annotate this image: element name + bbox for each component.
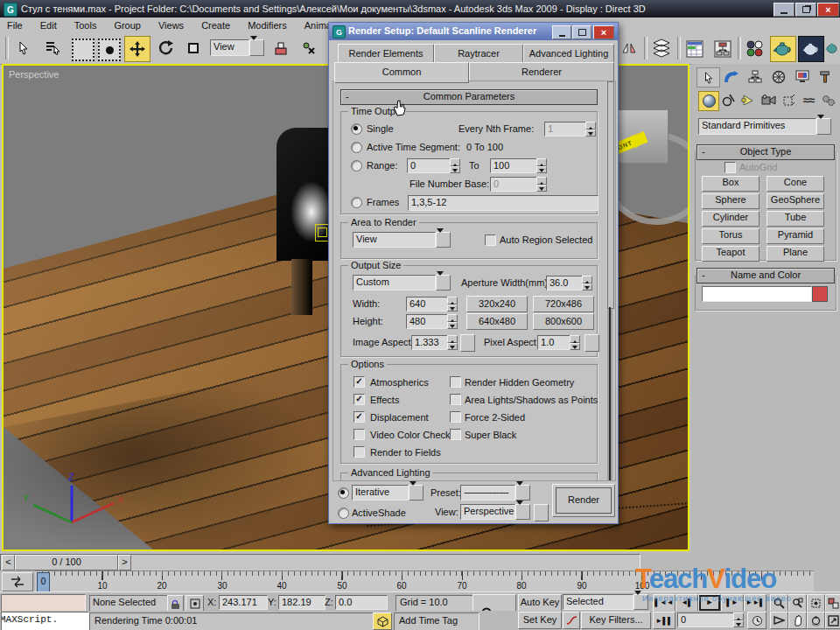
zoom-extents-button[interactable] (807, 594, 825, 612)
auto-region-checkbox[interactable] (485, 234, 496, 246)
menu-modifiers[interactable]: Modifiers (239, 20, 296, 31)
tab-raytracer[interactable]: Raytracer (434, 44, 523, 63)
zoom-extents-all-button[interactable] (825, 594, 840, 612)
dialog-scrollbar-track[interactable] (607, 81, 612, 480)
time-slider-handle[interactable]: 0 / 100 (15, 555, 118, 570)
dropdown-arrow-icon[interactable] (249, 39, 264, 56)
every-nth-frame-field[interactable]: 1 (544, 122, 586, 136)
close-button[interactable]: × (817, 3, 839, 17)
pixel-aspect-spinner[interactable] (570, 335, 580, 350)
field-of-view-button[interactable] (770, 612, 788, 629)
file-number-base-spinner[interactable] (536, 177, 547, 192)
view-lock-button[interactable] (534, 504, 549, 522)
x-coordinate-field[interactable]: 243.171 (219, 595, 268, 610)
schematic-view-button[interactable] (710, 37, 734, 60)
select-and-move-button[interactable] (124, 36, 150, 62)
preset-dropdown[interactable]: ------------------- (460, 485, 530, 500)
auto-key-button[interactable]: Auto Key (518, 594, 562, 612)
preset-320x240-button[interactable]: 320x240 (466, 296, 528, 312)
time-slider-prev-button[interactable]: < (2, 555, 15, 570)
super-black-checkbox[interactable] (450, 429, 461, 440)
tab-hierarchy[interactable] (744, 67, 766, 86)
select-and-rotate-button[interactable] (154, 37, 177, 60)
current-frame-field[interactable]: 0 (677, 612, 737, 627)
single-radio[interactable] (351, 123, 362, 135)
aperture-width-spinner[interactable] (582, 276, 592, 290)
lights-button[interactable] (738, 91, 758, 109)
preset-640x480-button[interactable]: 640x480 (466, 313, 528, 330)
new-key-default-inout-button[interactable] (563, 612, 580, 629)
displacement-checkbox[interactable]: ✓ (354, 411, 365, 423)
menu-tools[interactable]: Tools (66, 20, 106, 31)
frames-radio[interactable] (351, 197, 362, 208)
range-radio[interactable] (351, 160, 362, 172)
window-crossing-button[interactable] (98, 38, 121, 61)
curve-editor-button[interactable] (682, 37, 706, 60)
select-and-scale-button[interactable] (182, 37, 205, 60)
select-by-name-button[interactable] (42, 37, 65, 60)
area-lights-checkbox[interactable] (450, 394, 461, 405)
range-from-spinner[interactable] (450, 158, 460, 173)
time-slider-next-button[interactable]: > (118, 555, 131, 570)
time-configuration-button[interactable] (747, 612, 766, 629)
primitive-button-cylinder[interactable]: Cylinder (702, 211, 760, 227)
tab-common[interactable]: Common (334, 62, 469, 83)
tab-render-elements[interactable]: Render Elements (338, 44, 434, 63)
area-to-render-dropdown[interactable]: View (353, 232, 451, 248)
force-2-sided-checkbox[interactable] (450, 411, 461, 423)
systems-button[interactable] (819, 91, 838, 109)
height-field[interactable]: 480 (406, 314, 450, 329)
material-editor-button[interactable] (742, 36, 766, 60)
use-pivot-center-button[interactable] (270, 37, 292, 60)
shapes-button[interactable] (718, 91, 738, 109)
primitive-button-tube[interactable]: Tube (766, 211, 824, 227)
y-coordinate-field[interactable]: 182.19 (278, 595, 326, 610)
geometry-button[interactable] (698, 91, 719, 111)
communicator-button[interactable] (373, 612, 392, 630)
dropdown-arrow-icon[interactable] (436, 232, 451, 248)
atmospherics-checkbox[interactable]: ✓ (354, 376, 365, 388)
menu-file[interactable]: File (7, 20, 32, 31)
render-hidden-geometry-checkbox[interactable] (450, 376, 461, 388)
open-mini-curve-editor-button[interactable] (2, 572, 33, 592)
key-filters-button[interactable]: Key Filters... (581, 612, 651, 629)
every-nth-frame-spinner[interactable] (585, 122, 596, 136)
primitive-button-teapot[interactable]: Teapot (702, 246, 760, 262)
primitive-button-torus[interactable]: Torus (702, 228, 760, 244)
arc-rotate-button[interactable] (807, 612, 825, 629)
dialog-close-button[interactable]: × (593, 25, 614, 39)
dialog-minimize-button[interactable] (552, 25, 571, 39)
width-spinner[interactable] (447, 297, 458, 312)
macro-recorder-pane[interactable] (1, 594, 86, 612)
range-to-field[interactable]: 100 (490, 158, 539, 173)
tab-renderer[interactable]: Renderer (469, 62, 614, 82)
production-iterative-radio[interactable] (338, 487, 349, 499)
primitive-category-dropdown[interactable]: Standard Primitives (698, 118, 831, 135)
autogrid-checkbox[interactable] (724, 162, 736, 173)
frames-field[interactable]: 1,3,5-12 (408, 195, 598, 211)
primitive-button-cone[interactable]: Cone (766, 176, 824, 192)
add-time-tag-pane[interactable]: Add Time Tag (394, 612, 480, 630)
tab-modify[interactable] (720, 67, 742, 86)
layer-manager-button[interactable] (649, 36, 674, 60)
preset-800x600-button[interactable]: 800x600 (533, 313, 594, 330)
pixel-aspect-field[interactable]: 1.0 (537, 335, 572, 350)
dropdown-arrow-icon[interactable] (816, 118, 831, 135)
render-mode-dropdown[interactable]: Iterative (352, 485, 424, 500)
dropdown-arrow-icon[interactable] (515, 504, 530, 520)
rendered-frame-window-button[interactable] (798, 36, 824, 62)
aperture-width-field[interactable]: 36.0 (546, 276, 584, 290)
minimize-button[interactable] (774, 3, 794, 17)
tab-advanced-lighting[interactable]: Advanced Lighting (523, 44, 614, 63)
quick-render-button[interactable] (825, 36, 840, 60)
current-frame-spinner[interactable] (733, 612, 744, 627)
helpers-button[interactable] (779, 91, 798, 109)
render-button[interactable]: Render (552, 484, 615, 517)
rect-selection-region-button[interactable] (72, 38, 94, 61)
tab-utilities[interactable] (815, 67, 836, 86)
key-mode-toggle-button[interactable]: ►▌▌ (653, 612, 676, 629)
chair-leg[interactable] (291, 259, 312, 315)
select-and-manipulate-button[interactable] (298, 37, 320, 60)
active-time-segment-radio[interactable] (351, 142, 362, 153)
preset-720x486-button[interactable]: 720x486 (533, 296, 594, 312)
